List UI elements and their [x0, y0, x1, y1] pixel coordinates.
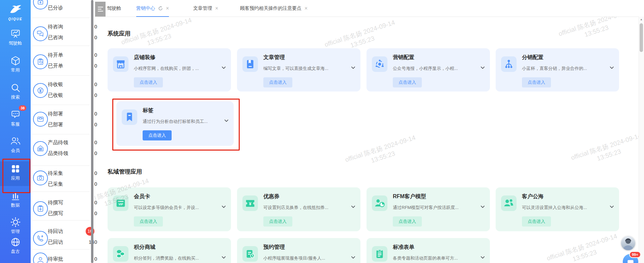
close-tab-icon[interactable]: × [304, 6, 308, 11]
app-card-客户公海[interactable]: 客户公海可以灵活设置掉入公海和从公海...点击进入 [496, 187, 619, 231]
enter-button[interactable]: 点击进入 [263, 77, 292, 87]
todo-row-待回访[interactable]: 待回访16 [48, 226, 92, 236]
todo-row-产品待领[interactable]: 产品待领0 [48, 137, 92, 148]
todo-row-已回访[interactable]: 已回访140 [48, 237, 92, 247]
enter-button[interactable]: 点击进入 [134, 216, 163, 227]
brand: QIQUE [0, 3, 31, 21]
user-avatar[interactable] [621, 236, 635, 250]
cashier-icon [33, 83, 48, 98]
sidebar-item-label: 应用 [0, 175, 31, 181]
app-window: QIQUE 驾驶舱常用搜索客服38会员应用数据管理盘古 已分诊0待咨询0已咨询0… [0, 0, 644, 263]
chevron-down-icon[interactable] [480, 65, 485, 72]
app-card-标准表单[interactable]: 标准表单各类专题和活动页面的表单可方...点击进入 [367, 238, 490, 263]
sidebar-item-驾驶舱[interactable]: 驾驶舱 [0, 26, 31, 50]
todo-row-待审批[interactable]: 待审批0 [48, 254, 92, 263]
enter-button[interactable]: 点击进入 [522, 77, 551, 87]
scrollbar-thumb[interactable] [640, 23, 643, 52]
todo-row-待部署[interactable]: 待部署0 [48, 109, 92, 119]
close-tab-icon[interactable]: × [215, 6, 218, 11]
chevron-down-icon[interactable] [221, 255, 226, 261]
chevron-down-icon[interactable] [609, 204, 614, 211]
sidebar-item-常用[interactable]: 常用 [0, 53, 31, 77]
todo-label: 待部署 [48, 109, 63, 119]
enter-button[interactable]: 点击进入 [393, 77, 422, 87]
todo-label: 待回访 [48, 226, 63, 236]
todo-label: 待咨询 [48, 22, 63, 32]
enter-button[interactable]: 点击进入 [522, 216, 551, 227]
todo-row-已收银[interactable]: 已收银0 [48, 90, 92, 100]
app-card-预约管理[interactable]: 预约管理小程序端展现服务项目/服务人...点击进入 [237, 238, 360, 263]
app-card-desc: 各类专题和活动页面的表单可方... [393, 255, 458, 261]
enter-button[interactable]: 点击进入 [134, 77, 163, 87]
chevron-down-icon[interactable] [351, 204, 356, 211]
chevron-down-icon[interactable] [351, 255, 356, 261]
chevron-down-icon[interactable] [224, 118, 229, 125]
sidebar-item-应用[interactable]: 应用 [0, 161, 31, 186]
app-card-营销配置[interactable]: 营销配置公众号海报，小程序显示，小程...点击进入 [367, 48, 490, 91]
enter-button[interactable]: 点击进入 [393, 216, 422, 227]
shop-icon [113, 56, 128, 72]
todo-row-已开单[interactable]: 已开单0 [48, 61, 92, 71]
watermark: official 陈名扬 2024-09-1413:55:23 [551, 17, 639, 49]
todo-row-待采集[interactable]: 待采集0 [48, 168, 92, 178]
chevron-down-icon[interactable] [480, 204, 485, 211]
todo-row-待收银[interactable]: 待收银0 [48, 79, 92, 89]
app-card-分销配置[interactable]: 分销配置小蓝杯，直客分销，异业合作的...点击进入 [496, 48, 619, 91]
section-header-私域管理应用: 私域管理应用 [108, 168, 142, 176]
chevron-down-icon[interactable] [221, 204, 226, 211]
gear-icon [10, 217, 21, 228]
notification-badge: 38 [19, 105, 26, 111]
todo-row-品类待领[interactable]: 品类待领0 [48, 148, 92, 158]
chevron-down-icon[interactable] [351, 65, 356, 72]
sidebar-item-会员[interactable]: 会员 [0, 134, 31, 158]
tab-营销中心[interactable]: 营销中心× [136, 0, 169, 17]
scroll-up-arrow-icon[interactable]: ▲ [640, 18, 643, 21]
app-card-优惠券[interactable]: ¥优惠券可设置到店兑换券，在线抵扣券...点击进入 [237, 187, 360, 231]
enter-button[interactable]: 点击进入 [263, 216, 292, 227]
sidebar-item-客服[interactable]: 客服38 [0, 107, 31, 132]
write-icon [33, 201, 48, 216]
app-card-积分商城[interactable]: 积分商城积分签到，消费奖励，在线购买...点击进入 [108, 238, 231, 263]
app-card-文章管理[interactable]: 文章管理编写文章，可以直接生成文章海...点击进入 [237, 48, 360, 91]
todo-row-已采集[interactable]: 已采集0 [48, 179, 92, 189]
app-card-标签[interactable]: 标签通过行为分析自动打标签和员工...点击进入 [116, 101, 234, 146]
todo-row-已部署[interactable]: 已部署0 [48, 120, 92, 130]
todo-row-待咨询[interactable]: 待咨询0 [48, 22, 92, 32]
chevron-down-icon[interactable] [609, 65, 614, 72]
app-card-会员卡[interactable]: VIP会员卡可以设定多等级的会员卡，并设...点击进入 [108, 187, 231, 231]
todo-row-待撰写[interactable]: 待撰写0 [48, 198, 92, 208]
divider [32, 18, 90, 18]
todo-label: 已采集 [48, 179, 63, 189]
sidebar-item-盘古[interactable]: 盘古 [0, 235, 31, 259]
coupon-icon: ¥ [242, 195, 258, 211]
todo-row-待开单[interactable]: 待开单0 [48, 50, 92, 60]
app-card-店铺装修[interactable]: 店铺装修小程序官网，在线购买，拼团，...点击进入 [108, 48, 231, 91]
tab-驾驶舱[interactable]: 驾驶舱 [107, 0, 121, 16]
chevron-down-icon[interactable] [480, 255, 485, 261]
sidebar-item-label: 驾驶舱 [0, 40, 31, 46]
sidebar-item-数据[interactable]: 数据 [0, 188, 31, 213]
sidebar-item-搜索[interactable]: 搜索 [0, 80, 31, 105]
todo-row-已撰写[interactable]: 已撰写0 [48, 208, 92, 218]
app-card-RFM客户模型[interactable]: RFM客户模型通过RFM模型可对客户按活跃度...点击进入 [367, 187, 490, 231]
divider [32, 134, 90, 134]
app-card-title: 客户公海 [522, 193, 544, 200]
form-icon [372, 246, 387, 262]
chat-icon [10, 109, 21, 120]
panel-scrollbar[interactable] [91, 0, 93, 263]
todo-row-已咨询[interactable]: 已咨询0 [48, 32, 92, 43]
sidebar-item-label: 盘古 [0, 248, 31, 255]
svg-text:VIP: VIP [118, 203, 123, 206]
app-card-desc: 积分签到，消费奖励，在线购买... [134, 255, 199, 261]
chevron-down-icon[interactable] [221, 65, 226, 72]
refresh-icon[interactable] [158, 6, 163, 11]
close-tab-icon[interactable]: × [166, 6, 169, 11]
tab-label: 驾驶舱 [107, 5, 121, 11]
enter-button[interactable]: 点击进入 [143, 130, 172, 140]
tab-顾客预约相关操作的注意要点[interactable]: 顾客预约相关操作的注意要点× [240, 0, 308, 16]
todo-row-已分诊[interactable]: 已分诊0 [48, 3, 92, 13]
tab-文章管理[interactable]: 文章管理× [193, 0, 218, 16]
watermark-line1: official 陈名扬 2024-09-14 [539, 230, 625, 263]
collapse-menu-button[interactable] [95, 2, 106, 17]
todo-label: 待开单 [48, 50, 63, 60]
